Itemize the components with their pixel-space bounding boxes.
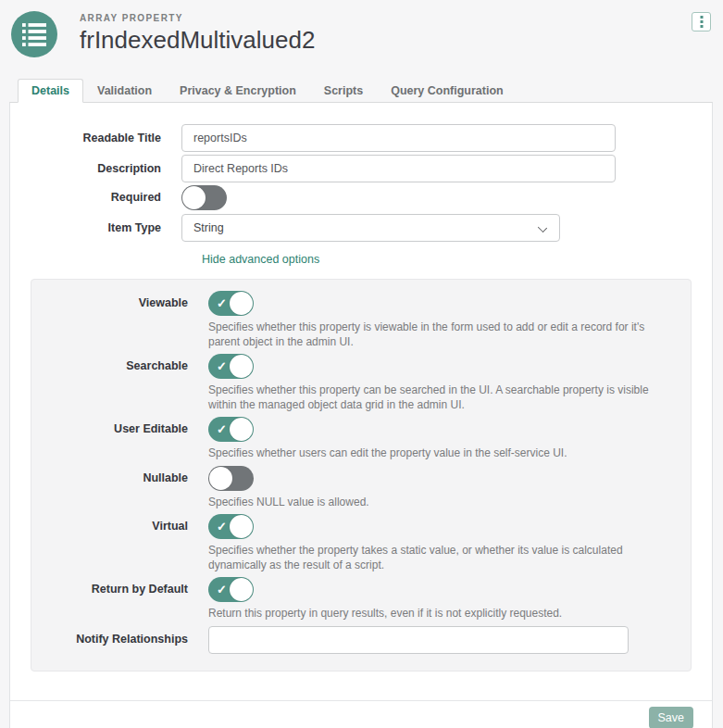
toggle-knob — [230, 578, 253, 601]
viewable-toggle[interactable]: ✓ — [208, 291, 254, 316]
array-property-avatar — [11, 11, 57, 57]
chevron-down-icon — [538, 223, 547, 232]
notify-relationships-input[interactable] — [208, 626, 629, 654]
toggle-knob — [230, 355, 253, 378]
readable-title-label: Readable Title — [31, 132, 181, 145]
toggle-knob — [230, 418, 253, 441]
card-footer: Save — [10, 700, 712, 728]
readable-title-row: Readable Title — [31, 124, 692, 152]
viewable-row: Viewable ✓ Specifies whether this proper… — [31, 291, 672, 349]
list-icon — [22, 22, 46, 46]
page-title: frIndexedMultivalued2 — [80, 26, 711, 54]
hide-advanced-options-link[interactable]: Hide advanced options — [202, 253, 319, 266]
nullable-help-text: Specifies NULL value is allowed. — [208, 496, 369, 510]
check-icon: ✓ — [217, 422, 227, 436]
nullable-toggle[interactable]: ✓ — [208, 466, 254, 491]
header: ARRAY PROPERTY frIndexedMultivalued2 — [0, 0, 723, 57]
more-options-button[interactable] — [692, 12, 711, 31]
tab-details[interactable]: Details — [18, 79, 83, 103]
tab-validation[interactable]: Validation — [83, 79, 166, 103]
virtual-label: Virtual — [31, 514, 208, 539]
description-label: Description — [31, 162, 181, 176]
user-editable-row: User Editable ✓ Specifies whether users … — [31, 417, 672, 461]
required-row: Required ✓ — [31, 185, 692, 210]
description-input[interactable] — [181, 155, 616, 182]
nullable-row: Nullable ✓ Specifies NULL value is allow… — [31, 466, 672, 510]
tab-scripts[interactable]: Scripts — [310, 79, 377, 103]
item-type-value: String — [193, 221, 224, 234]
save-button[interactable]: Save — [649, 707, 694, 728]
toggle-knob — [182, 186, 206, 209]
content-card: Readable Title Description Required ✓ It… — [9, 102, 713, 728]
check-icon: ✓ — [217, 359, 227, 373]
notify-relationships-row: Notify Relationships — [31, 626, 672, 654]
property-type-label: ARRAY PROPERTY — [80, 13, 711, 23]
return-by-default-help-text: Return this property in query results, e… — [208, 607, 562, 621]
searchable-help-text: Specifies whether this property can be s… — [208, 383, 672, 412]
advanced-options-panel: Viewable ✓ Specifies whether this proper… — [31, 279, 692, 672]
check-icon: ✓ — [217, 296, 227, 310]
description-row: Description — [31, 155, 692, 182]
kebab-vertical-icon — [700, 16, 704, 29]
viewable-label: Viewable — [31, 291, 208, 316]
virtual-row: Virtual ✓ Specifies whether the property… — [31, 514, 672, 572]
item-type-row: Item Type String — [31, 214, 692, 242]
return-by-default-toggle[interactable]: ✓ — [208, 577, 254, 602]
tab-query-configuration[interactable]: Query Configuration — [377, 79, 517, 103]
searchable-toggle[interactable]: ✓ — [208, 354, 254, 379]
details-tab-content: Readable Title Description Required ✓ It… — [10, 103, 712, 700]
toggle-knob — [209, 467, 232, 490]
notify-relationships-label: Notify Relationships — [31, 633, 208, 646]
nullable-label: Nullable — [31, 466, 208, 491]
searchable-label: Searchable — [31, 354, 208, 379]
searchable-row: Searchable ✓ Specifies whether this prop… — [31, 354, 672, 412]
user-editable-help-text: Specifies whether users can edit the pro… — [208, 446, 567, 461]
virtual-toggle[interactable]: ✓ — [208, 514, 254, 539]
user-editable-label: User Editable — [31, 417, 208, 442]
tab-bar: Details Validation Privacy & Encryption … — [9, 79, 714, 103]
return-by-default-row: Return by Default ✓ Return this property… — [31, 577, 672, 621]
viewable-help-text: Specifies whether this property is viewa… — [208, 320, 672, 349]
toggle-knob — [230, 515, 253, 538]
check-icon: ✓ — [217, 520, 227, 533]
required-toggle[interactable]: ✓ — [181, 185, 227, 210]
readable-title-input[interactable] — [181, 124, 616, 152]
return-by-default-label: Return by Default — [31, 577, 208, 602]
user-editable-toggle[interactable]: ✓ — [208, 417, 254, 442]
required-label: Required — [31, 191, 181, 205]
tab-privacy-encryption[interactable]: Privacy & Encryption — [166, 79, 310, 103]
item-type-select[interactable]: String — [181, 214, 560, 242]
check-icon: ✓ — [217, 583, 227, 596]
advanced-options-link-row: Hide advanced options — [202, 250, 692, 267]
virtual-help-text: Specifies whether the property takes a s… — [208, 544, 672, 572]
toggle-knob — [230, 292, 253, 315]
item-type-label: Item Type — [31, 221, 181, 235]
